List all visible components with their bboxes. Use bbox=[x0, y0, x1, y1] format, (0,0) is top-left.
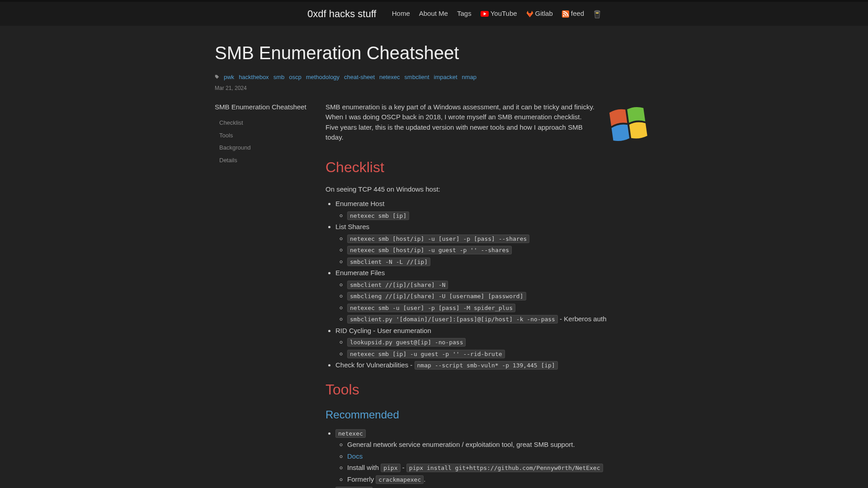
tag-link[interactable]: methodology bbox=[306, 73, 340, 82]
tag-link[interactable]: smb bbox=[274, 73, 285, 82]
nav-youtube-label: YouTube bbox=[491, 9, 517, 19]
intro-paragraph: SMB enumeration is a key part of a Windo… bbox=[326, 102, 594, 143]
tip-jar-icon bbox=[593, 9, 601, 19]
list-item: smbclieng //[ip]/[share] -U [username] [… bbox=[347, 291, 653, 301]
list-item: Enumerate Files smbclient //[ip]/[share]… bbox=[335, 268, 653, 324]
toc-item-background[interactable]: Background bbox=[215, 141, 312, 154]
nav-youtube[interactable]: YouTube bbox=[481, 9, 517, 19]
nav-about[interactable]: About Me bbox=[419, 9, 448, 19]
rss-icon bbox=[562, 10, 569, 18]
main-content: SMB enumeration is a key part of a Windo… bbox=[326, 102, 653, 488]
code: netexec smb [ip] bbox=[347, 211, 409, 220]
list-item: smbclient //[ip]/[share] -N bbox=[347, 280, 653, 290]
code: netexec smb [host/ip] -u [user] -p [pass… bbox=[347, 235, 529, 243]
li-label: RID Cycling - User enumeration bbox=[335, 327, 431, 334]
code: smbclieng //[ip]/[share] -U [username] [… bbox=[347, 292, 526, 300]
code: nmap --script smb-vuln* -p 139,445 [ip] bbox=[415, 361, 558, 370]
list-item: netexec General network service enumerat… bbox=[335, 428, 653, 485]
list-item: Install with pipx - pipx install git+htt… bbox=[347, 463, 653, 473]
toc-item-details[interactable]: Details bbox=[215, 154, 312, 167]
site-header: 0xdf hacks stuff Home About Me Tags YouT… bbox=[0, 2, 868, 26]
svg-point-2 bbox=[563, 15, 564, 16]
heading-checklist: Checklist bbox=[326, 156, 653, 178]
li-label: Enumerate Host bbox=[335, 200, 384, 207]
code: netexec bbox=[335, 429, 366, 438]
list-item: smbclient.py '[domain]/[user]:[pass]@[ip… bbox=[347, 314, 653, 324]
post-date: Mar 21, 2024 bbox=[215, 84, 653, 92]
list-item: Docs bbox=[347, 451, 653, 462]
li-label: List Shares bbox=[335, 223, 369, 230]
tag-row: pwk hackthebox smb oscp methodology chea… bbox=[215, 72, 653, 82]
code: lookupsid.py guest@[ip] -no-pass bbox=[347, 338, 466, 347]
tag-icon bbox=[215, 72, 219, 82]
svg-point-4 bbox=[595, 12, 599, 13]
tag-link[interactable]: pwk bbox=[224, 73, 234, 82]
toc-item-tools[interactable]: Tools bbox=[215, 129, 312, 142]
nav-tip[interactable] bbox=[593, 9, 601, 19]
list-item: netexec smb [ip] -u guest -p '' --rid-br… bbox=[347, 349, 653, 359]
text: - bbox=[401, 464, 406, 471]
heading-tools: Tools bbox=[326, 379, 653, 400]
list-item: netexec smb [host/ip] -u guest -p '' --s… bbox=[347, 245, 653, 255]
toc-sidebar: SMB Enumeration Cheatsheet Checklist Too… bbox=[215, 102, 312, 488]
li-label: Check for Vulnerabilities - bbox=[335, 361, 415, 369]
text: Install with bbox=[347, 464, 381, 471]
toc-title[interactable]: SMB Enumeration Cheatsheet bbox=[215, 102, 312, 113]
list-item: netexec smb -u [user] -p [pass] -M spide… bbox=[347, 303, 653, 313]
docs-link[interactable]: Docs bbox=[347, 452, 363, 460]
list-item: Check for Vulnerabilities - nmap --scrip… bbox=[335, 360, 653, 371]
tag-link[interactable]: hackthebox bbox=[239, 73, 269, 82]
code: smbclient.py '[domain]/[user]:[pass]@[ip… bbox=[347, 315, 558, 324]
tag-link[interactable]: oscp bbox=[289, 73, 301, 82]
tag-link[interactable]: netexec bbox=[379, 73, 400, 82]
heading-recommended: Recommended bbox=[326, 407, 653, 423]
brand[interactable]: 0xdf hacks stuff bbox=[307, 6, 376, 21]
primary-nav: Home About Me Tags YouTube Gitlab feed bbox=[392, 9, 601, 19]
code-suffix: - Kerberos auth bbox=[558, 315, 607, 323]
list-item: smbclient bbox=[335, 486, 653, 488]
code: crackmapexec bbox=[376, 475, 424, 484]
li-label: Enumerate Files bbox=[335, 269, 385, 277]
nav-home[interactable]: Home bbox=[392, 9, 410, 19]
checklist-lead: On seeing TCP 445 on Windows host: bbox=[326, 184, 653, 195]
list-item: smbclient -N -L //[ip] bbox=[347, 257, 653, 267]
list-item: Formerly crackmapexec. bbox=[347, 474, 653, 485]
tag-link[interactable]: impacket bbox=[434, 73, 458, 82]
page-title: SMB Enumeration Cheatsheet bbox=[215, 39, 653, 66]
list-item: netexec smb [ip] bbox=[347, 211, 653, 221]
tag-link[interactable]: cheat-sheet bbox=[344, 73, 375, 82]
svg-point-3 bbox=[594, 10, 600, 12]
list-item: General network service enumeration / ex… bbox=[347, 440, 653, 450]
nav-tags[interactable]: Tags bbox=[457, 9, 472, 19]
code: smbclient -N -L //[ip] bbox=[347, 258, 430, 266]
list-item: List Shares netexec smb [host/ip] -u [us… bbox=[335, 222, 653, 267]
code: netexec smb [host/ip] -u guest -p '' --s… bbox=[347, 246, 512, 254]
tag-link[interactable]: nmap bbox=[462, 73, 477, 82]
tag-link[interactable]: smbclient bbox=[405, 73, 429, 82]
list-item: netexec smb [host/ip] -u [user] -p [pass… bbox=[347, 234, 653, 244]
code: pipx bbox=[381, 464, 400, 472]
toc-item-checklist[interactable]: Checklist bbox=[215, 117, 312, 129]
list-item: lookupsid.py guest@[ip] -no-pass bbox=[347, 337, 653, 347]
code: pipx install git+https://github.com/Penn… bbox=[406, 464, 603, 472]
nav-gitlab-label: Gitlab bbox=[535, 9, 553, 19]
windows-logo-icon bbox=[604, 102, 653, 147]
code: smbclient //[ip]/[share] -N bbox=[347, 281, 448, 289]
youtube-icon bbox=[481, 11, 489, 17]
code: netexec smb [ip] -u guest -p '' --rid-br… bbox=[347, 350, 505, 358]
text: Formerly bbox=[347, 475, 376, 483]
nav-feed[interactable]: feed bbox=[562, 9, 584, 19]
nav-feed-label: feed bbox=[571, 9, 584, 19]
nav-gitlab[interactable]: Gitlab bbox=[526, 9, 553, 19]
list-item: RID Cycling - User enumeration lookupsid… bbox=[335, 326, 653, 359]
text: . bbox=[424, 475, 425, 483]
gitlab-icon bbox=[526, 10, 533, 18]
code: netexec smb -u [user] -p [pass] -M spide… bbox=[347, 304, 515, 312]
list-item: Enumerate Host netexec smb [ip] bbox=[335, 199, 653, 221]
